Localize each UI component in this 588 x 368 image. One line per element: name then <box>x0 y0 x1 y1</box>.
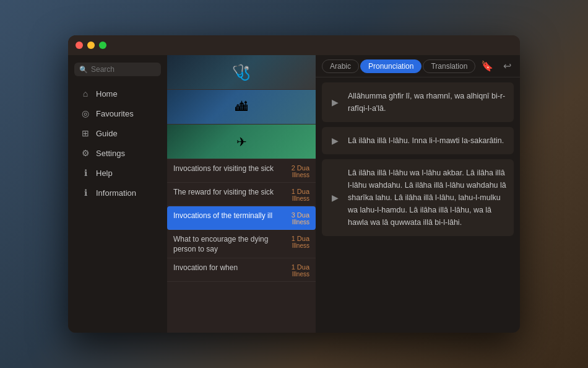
play-button-3[interactable]: ▶ <box>328 191 342 204</box>
search-box[interactable]: 🔍 <box>74 63 161 76</box>
content-area: ▶ Allâhumma ghfir lî, wa rhamnî, wa alhi… <box>316 77 520 333</box>
tab-actions: 🔖 ↩ <box>478 59 514 73</box>
illness-tag: Illness <box>292 195 309 202</box>
list-item[interactable]: The reward for visiting the sick 1 Dua I… <box>167 183 316 206</box>
list-item-right: 1 Dua Illness <box>292 188 309 202</box>
dua-block-1: ▶ Allâhumma ghfir lî, wa rhamnî, wa alhi… <box>322 82 514 122</box>
traffic-lights <box>76 42 106 49</box>
information-icon: ℹ <box>80 188 90 198</box>
dua-block-3: ▶ Lâ ilâha illâ l-lâhu wa l-lâhu akbar. … <box>322 159 514 236</box>
sidebar-item-settings[interactable]: ⚙ Settings <box>72 144 163 162</box>
dua-count: 1 Dua <box>292 263 309 271</box>
sidebar-item-label: Home <box>96 89 118 99</box>
illness-img-icon: 🩺 <box>232 64 251 81</box>
categories: 🩺 Illness 🏙 Daily life ✈ Travel <box>167 55 316 159</box>
list-item-title: Invocations for visiting the sick <box>173 164 288 174</box>
sidebar-item-label: Information <box>96 188 136 198</box>
minimize-button[interactable] <box>87 42 95 49</box>
search-input[interactable] <box>91 65 156 74</box>
list-item-right: 1 Dua Illness <box>292 263 309 278</box>
share-button[interactable]: ↩ <box>501 59 514 73</box>
list-item-title: What to encourage the dying person to sa… <box>173 235 288 254</box>
illness-tag: Illness <box>292 242 309 249</box>
sidebar-item-label: Favourites <box>96 109 134 118</box>
bookmark-button[interactable]: 🔖 <box>478 59 496 73</box>
illness-tag: Illness <box>292 172 309 178</box>
dua-count: 2 Dua <box>292 164 309 172</box>
sidebar-item-help[interactable]: ℹ Help <box>72 164 163 182</box>
list-item[interactable]: What to encourage the dying person to sa… <box>167 230 316 258</box>
sidebar-item-label: Guide <box>96 129 118 138</box>
favourites-icon: ◎ <box>80 108 90 118</box>
travel-img-icon: ✈ <box>236 134 247 149</box>
category-daily[interactable]: 🏙 Daily life <box>167 90 316 125</box>
list-item-right: 1 Dua Illness <box>292 235 309 249</box>
sidebar-item-home[interactable]: ⌂ Home <box>72 84 163 103</box>
middle-panel: 🩺 Illness 🏙 Daily life ✈ Travel <box>167 55 316 333</box>
help-icon: ℹ <box>80 168 90 178</box>
sidebar: 🔍 ⌂ Home ◎ Favourites ⊞ Guide ⚙ Settings… <box>68 55 167 333</box>
tab-arabic[interactable]: Arabic <box>322 59 359 73</box>
list-item-title: Invocation for when <box>173 263 288 273</box>
settings-icon: ⚙ <box>80 148 90 158</box>
sidebar-item-label: Help <box>96 169 113 178</box>
category-illness[interactable]: 🩺 Illness <box>167 55 316 90</box>
dua-count: 1 Dua <box>292 188 309 195</box>
dua-block-2: ▶ Lâ ilâha illâ l-lâhu. Inna li-l-mawti … <box>322 127 514 154</box>
home-icon: ⌂ <box>80 89 90 99</box>
illness-tag: Illness <box>292 219 309 226</box>
dua-count: 3 Dua <box>292 211 309 219</box>
daily-img-icon: 🏙 <box>235 100 248 114</box>
list-item-right: 2 Dua Illness <box>292 164 309 178</box>
sidebar-item-favourites[interactable]: ◎ Favourites <box>72 104 163 123</box>
main-window: 🔍 ⌂ Home ◎ Favourites ⊞ Guide ⚙ Settings… <box>68 35 520 333</box>
daily-image: 🏙 <box>167 90 316 124</box>
list-item-title: Invocations of the terminally ill <box>173 211 288 221</box>
dua-text-1: Allâhumma ghfir lî, wa rhamnî, wa alhiqn… <box>348 92 505 113</box>
list-item-right: 3 Dua Illness <box>292 211 309 226</box>
right-panel: Arabic Pronunciation Translation 🔖 ↩ ▶ A… <box>316 55 520 333</box>
list-section: Invocations for visiting the sick 2 Dua … <box>167 159 316 333</box>
close-button[interactable] <box>76 42 83 49</box>
play-button-1[interactable]: ▶ <box>328 95 342 109</box>
list-item-title: The reward for visiting the sick <box>173 188 288 198</box>
list-item[interactable]: Invocations for visiting the sick 2 Dua … <box>167 159 316 183</box>
dua-text-3: Lâ ilâha illâ l-lâhu wa l-lâhu akbar. Lâ… <box>348 169 506 227</box>
dua-text-2: Lâ ilâha illâ l-lâhu. Inna li-l-mawti la… <box>348 136 504 145</box>
sidebar-item-guide[interactable]: ⊞ Guide <box>72 124 163 142</box>
maximize-button[interactable] <box>99 42 106 49</box>
tab-translation[interactable]: Translation <box>423 59 475 73</box>
illness-tag: Illness <box>292 271 309 278</box>
travel-image: ✈ <box>167 125 316 159</box>
dua-count: 1 Dua <box>292 235 309 242</box>
guide-icon: ⊞ <box>80 128 90 138</box>
play-button-2[interactable]: ▶ <box>328 134 342 147</box>
search-icon: 🔍 <box>79 66 88 74</box>
category-travel[interactable]: ✈ Travel <box>167 125 316 159</box>
sidebar-item-label: Settings <box>96 149 125 158</box>
titlebar <box>68 35 520 55</box>
illness-image: 🩺 <box>167 55 316 89</box>
tab-bar: Arabic Pronunciation Translation 🔖 ↩ <box>316 55 520 77</box>
tab-pronunciation[interactable]: Pronunciation <box>360 59 422 73</box>
sidebar-item-information[interactable]: ℹ Information <box>72 183 163 202</box>
list-item[interactable]: Invocation for when 1 Dua Illness <box>167 258 316 282</box>
main-content: 🔍 ⌂ Home ◎ Favourites ⊞ Guide ⚙ Settings… <box>68 55 520 333</box>
list-item-active[interactable]: Invocations of the terminally ill 3 Dua … <box>167 206 316 230</box>
